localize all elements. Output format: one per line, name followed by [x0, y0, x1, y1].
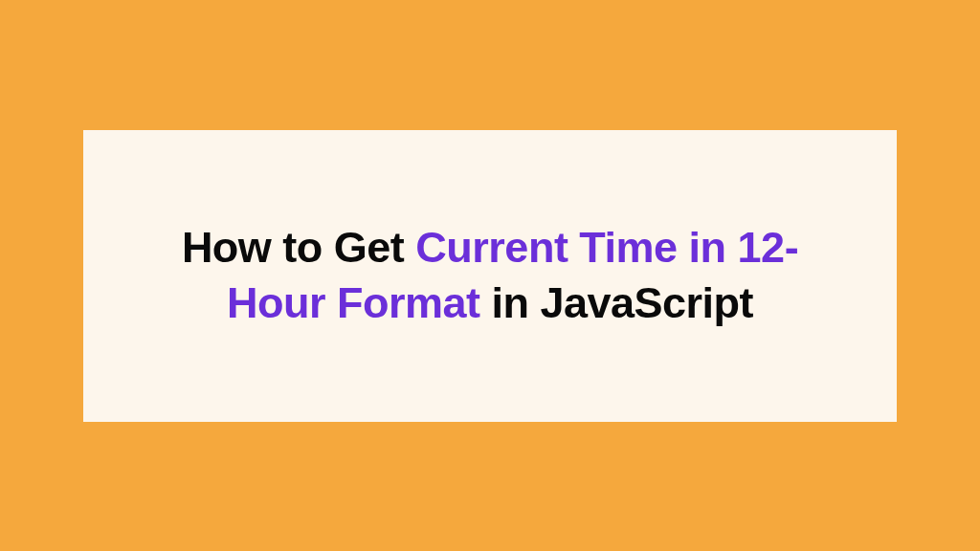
page-title: How to Get Current Time in 12-Hour Forma… — [141, 220, 839, 332]
title-card: How to Get Current Time in 12-Hour Forma… — [83, 130, 897, 422]
title-part-2: in JavaScript — [479, 278, 753, 327]
title-part-1: How to Get — [182, 223, 415, 272]
